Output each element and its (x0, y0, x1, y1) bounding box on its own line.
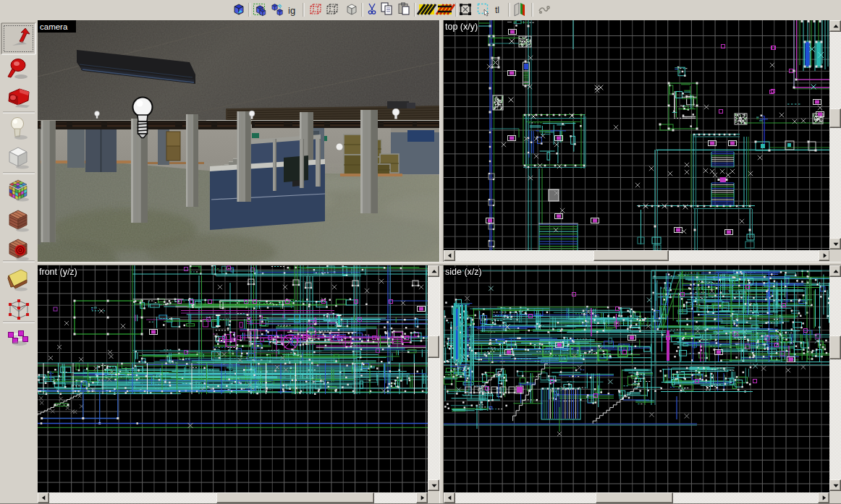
svg-text:front (y/z): front (y/z) (39, 267, 77, 277)
svg-text:camera: camera (40, 22, 68, 31)
svg-text:top (x/y): top (x/y) (445, 22, 478, 32)
svg-text:side (x/z): side (x/z) (445, 267, 482, 277)
svg-text:tl: tl (495, 5, 499, 15)
svg-text:ig: ig (288, 5, 295, 16)
